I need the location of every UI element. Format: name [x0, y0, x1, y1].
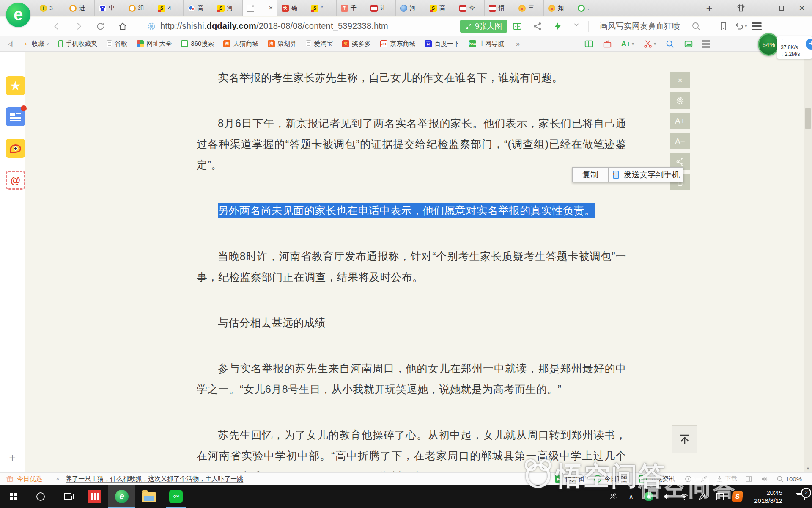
- bookmark-item[interactable]: 百百度一下: [425, 40, 460, 48]
- search-icon[interactable]: [691, 21, 701, 31]
- restore-session-icon[interactable]: [684, 475, 692, 483]
- bookmark-item[interactable]: JD京东商城: [380, 40, 415, 48]
- bookmark-item[interactable]: 淘天猫商城: [223, 40, 258, 48]
- caret-down-icon[interactable]: ∨: [46, 41, 49, 46]
- home-button[interactable]: [112, 19, 134, 33]
- file-explorer-button[interactable]: [135, 485, 162, 508]
- bookmark-favorites[interactable]: ★收藏∨: [22, 40, 49, 48]
- font-increase-button[interactable]: A+: [670, 113, 690, 129]
- phone-icon[interactable]: [719, 21, 729, 31]
- bookmark-item[interactable]: 手机收藏夹: [58, 40, 97, 48]
- red-app-button[interactable]: [81, 485, 108, 508]
- novel-book-icon[interactable]: [584, 39, 593, 49]
- big-pictures-button[interactable]: 9张大图: [460, 20, 507, 33]
- bookmarks-overflow-icon[interactable]: »: [516, 40, 520, 48]
- task-view-button[interactable]: [54, 485, 81, 508]
- url-text[interactable]: http://shishi.dqdaily.com/2018-08/08/con…: [160, 21, 388, 31]
- sidebar-mail-icon[interactable]: @: [6, 171, 25, 190]
- restore-button[interactable]: [771, 0, 792, 16]
- font-decrease-button[interactable]: A−: [670, 133, 690, 149]
- bookmark-item[interactable]: 网址大全: [137, 40, 172, 48]
- browser-tab[interactable]: .: [573, 0, 603, 16]
- settings-gear-button[interactable]: [670, 92, 690, 109]
- send-to-phone-button[interactable]: 发送文字到手机: [608, 167, 683, 182]
- collapse-sidebar-icon[interactable]: ◁▏: [8, 41, 16, 47]
- browser-tab[interactable]: S4: [154, 0, 184, 16]
- selected-text[interactable]: 另外两名尚未见面的家长也在电话中表示，他们愿意对实名举报的真实性负责。: [218, 203, 595, 218]
- page-scrollbar[interactable]: ▲ ▼: [804, 52, 812, 472]
- copy-button[interactable]: 复制: [572, 167, 609, 182]
- network-wifi-icon[interactable]: [675, 492, 693, 501]
- news-ticker-link[interactable]: 养了一只土猫，什么都敢抓，这次又抓了个活物，主人吓了一跳: [66, 475, 243, 483]
- taskbar-clock[interactable]: 20:45 2018/8/12: [746, 489, 788, 505]
- apps-grid-icon[interactable]: [702, 40, 710, 48]
- close-tab-icon[interactable]: ×: [269, 4, 273, 12]
- bookmark-item[interactable]: 谷歌: [107, 40, 127, 48]
- browser-tab[interactable]: 河: [396, 0, 425, 16]
- bookmark-item[interactable]: 爱淘宝: [306, 40, 333, 48]
- browser-tab[interactable]: 今: [455, 0, 485, 16]
- browser-tab[interactable]: 进: [65, 0, 95, 16]
- active-tab[interactable]: ×: [243, 0, 277, 16]
- today-live-button[interactable]: ▶今日直播: [594, 475, 630, 483]
- bookmark-item[interactable]: 360搜索: [181, 40, 214, 48]
- browser-tab[interactable]: 三: [514, 0, 544, 16]
- browser-tab[interactable]: 让: [366, 0, 396, 16]
- reading-mode-icon[interactable]: [512, 21, 522, 31]
- tray-expand-icon[interactable]: ∧: [622, 493, 640, 500]
- net-meter[interactable]: 54% ↑ 37.8K/s ↓ 2.2M/s +: [758, 33, 812, 59]
- undo-caret-icon[interactable]: ▾: [745, 23, 747, 29]
- browser-tab[interactable]: 千千: [337, 0, 366, 16]
- undo-button[interactable]: ▾: [734, 21, 747, 31]
- share-icon[interactable]: [532, 21, 543, 31]
- sidebar-panel-icon[interactable]: [745, 475, 753, 483]
- add-accelerator-icon[interactable]: +: [806, 39, 812, 50]
- browser-tab[interactable]: 组: [124, 0, 154, 16]
- scrollbar-thumb[interactable]: [805, 108, 811, 129]
- chevron-down-icon[interactable]: [573, 21, 580, 31]
- notification-center-button[interactable]: 2: [788, 493, 812, 500]
- search-magnifier-icon[interactable]: [665, 39, 675, 49]
- bookmark-item[interactable]: 奖奖多多: [342, 40, 371, 48]
- search-input[interactable]: 画风写实网友鼻血狂喷: [600, 21, 680, 32]
- forward-button[interactable]: [68, 19, 90, 33]
- browser-tab[interactable]: S高: [425, 0, 455, 16]
- browser-tab[interactable]: 如: [544, 0, 573, 16]
- browser-tab[interactable]: S河: [213, 0, 243, 16]
- menu-icon[interactable]: [752, 22, 762, 30]
- site-gear-icon[interactable]: [147, 22, 156, 31]
- sidebar-add-button[interactable]: ＋: [7, 450, 18, 465]
- close-window-button[interactable]: ×: [792, 0, 812, 16]
- volume-icon[interactable]: [658, 492, 675, 501]
- today-pick-label[interactable]: 今日优选: [17, 475, 42, 483]
- quick-clip-button[interactable]: ▶快剪辑: [555, 475, 584, 483]
- browser-tab[interactable]: 高: [184, 0, 213, 16]
- browser-logo[interactable]: e: [6, 3, 30, 27]
- speed-gauge[interactable]: 54%: [758, 33, 779, 56]
- refresh-button[interactable]: [90, 19, 112, 33]
- new-tab-button[interactable]: +: [694, 0, 724, 16]
- zoom-level-control[interactable]: 100%: [776, 475, 802, 483]
- input-method-icon[interactable]: [711, 493, 729, 500]
- browser-tab[interactable]: 快确: [277, 0, 307, 16]
- boost-rocket-icon[interactable]: [700, 475, 708, 483]
- bookmark-item[interactable]: hao上网导航: [469, 40, 504, 48]
- browser-tab[interactable]: 中: [95, 0, 124, 16]
- people-icon[interactable]: [604, 492, 622, 501]
- browser-tab[interactable]: 悟: [485, 0, 514, 16]
- back-button[interactable]: [46, 19, 68, 33]
- close-tools-button[interactable]: ×: [670, 72, 690, 88]
- cortana-button[interactable]: [27, 485, 54, 508]
- search-box[interactable]: 画风写实网友鼻血狂喷: [600, 21, 706, 32]
- browser-tab[interactable]: +3: [36, 0, 65, 16]
- theme-skin-button[interactable]: [731, 0, 751, 16]
- sidebar-weibo-icon[interactable]: [6, 139, 25, 158]
- picture-icon[interactable]: [684, 39, 693, 49]
- back-to-top-button[interactable]: [672, 425, 697, 453]
- scissors-screenshot-icon[interactable]: ▾: [643, 39, 656, 49]
- sidebar-news-icon[interactable]: [6, 107, 25, 126]
- mute-speaker-icon[interactable]: [760, 475, 768, 483]
- download-button[interactable]: 下载: [716, 475, 737, 483]
- lightning-icon[interactable]: [553, 21, 563, 31]
- font-size-tool[interactable]: A+▾: [621, 40, 634, 48]
